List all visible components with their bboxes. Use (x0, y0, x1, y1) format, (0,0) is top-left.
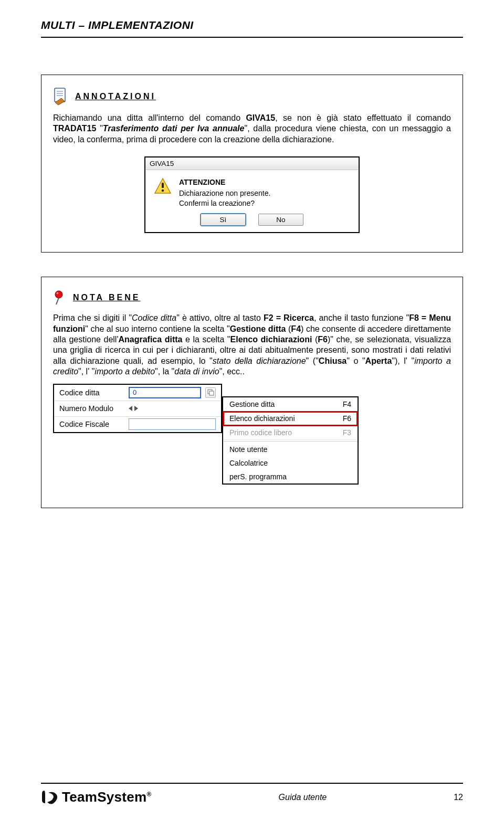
svg-point-7 (55, 291, 62, 298)
annotation-icon (53, 88, 69, 106)
dialog-text: ATTENZIONE Dichiarazione non presente. C… (179, 177, 270, 208)
chevron-right-icon[interactable] (134, 406, 138, 411)
menu-gestione-ditta[interactable]: Gestione dittaF4 (223, 397, 358, 412)
label-codice-fiscale: Codice Fiscale (59, 420, 124, 428)
annotazioni-title: ANNOTAZIONI (75, 92, 156, 101)
svg-point-8 (57, 292, 59, 295)
brand-logo: TeamSystem® (41, 789, 152, 805)
svg-line-9 (56, 298, 59, 304)
footer-rule (41, 783, 463, 784)
label-numero-modulo: Numero Modulo (59, 404, 124, 413)
svg-point-6 (162, 190, 164, 192)
dialog-no-button[interactable]: No (258, 214, 303, 226)
menu-note-utente[interactable]: Note utente (223, 443, 358, 456)
menu-elenco-dichiarazioni[interactable]: Elenco dichiarazioniF6 (223, 412, 358, 426)
page-footer: TeamSystem® Guida utente 12 (41, 783, 463, 805)
svg-rect-11 (209, 391, 214, 395)
context-menu: Gestione dittaF4 Elenco dichiarazioniF6 … (222, 396, 359, 485)
pin-icon (53, 290, 67, 306)
label-codice-ditta: Codice ditta (59, 388, 124, 397)
menu-pers-programma[interactable]: perS. programma (223, 470, 358, 483)
input-codice-fiscale[interactable] (129, 418, 216, 430)
annotazioni-paragraph: Richiamando una ditta all'interno del co… (53, 113, 451, 145)
nota-bene-box: NOTA BENE Prima che si digiti il "Codice… (41, 277, 463, 508)
modulo-stepper[interactable] (129, 406, 138, 411)
dialog-yes-button[interactable]: Sì (201, 214, 246, 226)
footer-page-number: 12 (454, 793, 463, 802)
logo-icon (41, 790, 59, 805)
menu-calcolatrice[interactable]: Calcolatrice (223, 456, 358, 470)
header-rule (41, 37, 463, 38)
menu-primo-codice-libero: Primo codice liberoF3 (223, 426, 358, 440)
footer-center: Guida utente (279, 793, 327, 802)
lookup-icon[interactable] (205, 387, 216, 398)
warning-icon (154, 177, 172, 195)
attenzione-dialog: GIVA15 ATTENZIONE Dichiarazione non pres… (144, 156, 360, 233)
chevron-left-icon[interactable] (129, 406, 132, 411)
input-codice-ditta[interactable]: 0 (129, 387, 201, 398)
nota-bene-paragraph: Prima che si digiti il "Codice ditta" è … (53, 313, 451, 377)
nota-bene-title: NOTA BENE (73, 293, 140, 302)
svg-rect-5 (162, 183, 164, 188)
annotazioni-box: ANNOTAZIONI Richiamando una ditta all'in… (41, 75, 463, 253)
page-title: MULTI – IMPLEMENTAZIONI (41, 19, 463, 31)
menu-separator (223, 441, 358, 441)
dialog-title: GIVA15 (145, 157, 359, 170)
form-panel: Codice ditta 0 Numero Modulo Codice Fisc… (53, 384, 222, 433)
